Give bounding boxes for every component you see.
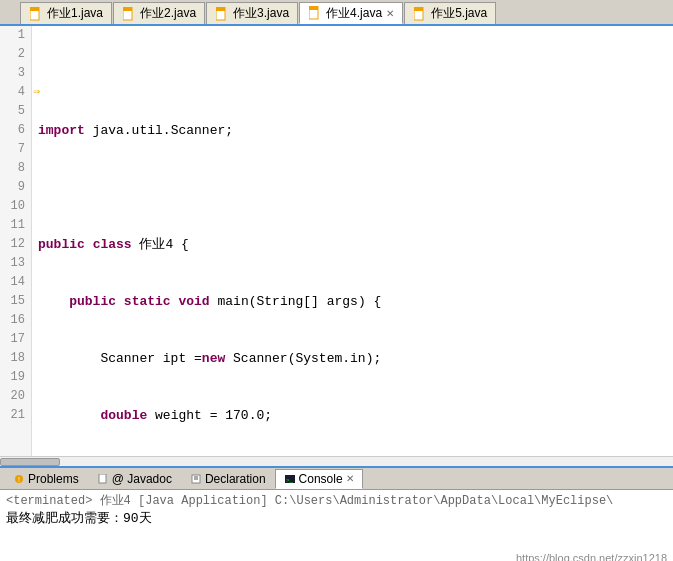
console-tab-label: Console (299, 472, 343, 486)
svg-rect-9 (414, 7, 423, 11)
console-terminated-line: <terminated> 作业4 [Java Application] C:\U… (6, 492, 667, 510)
code-line-1 (38, 64, 667, 83)
svg-rect-1 (30, 7, 39, 11)
tab-label: 作业3.java (233, 5, 289, 22)
editor-tab-bar: 作业1.java 作业2.java 作业3.java 作业4.java ✕ 作业… (0, 0, 673, 26)
java-file-icon4 (308, 6, 322, 20)
java-file-icon5 (413, 7, 427, 21)
tab-label: 作业5.java (431, 5, 487, 22)
console-output-area: <terminated> 作业4 [Java Application] C:\U… (0, 490, 673, 561)
line-numbers: 1 2 3 4 5 6 7 8 9 10 11 12 13 14 15 16 1… (0, 26, 32, 456)
tab-problems[interactable]: ! Problems (4, 469, 88, 489)
code-line-6: Scanner ipt =new Scanner(System.in); (38, 349, 667, 368)
bottom-tab-bar: ! Problems @ Javadoc Declaration >_ Cons… (0, 468, 673, 490)
tab-homework5[interactable]: 作业5.java (404, 2, 496, 24)
tab-homework4[interactable]: 作业4.java ✕ (299, 2, 403, 24)
svg-rect-5 (216, 7, 225, 11)
tab-homework1[interactable]: 作业1.java (20, 2, 112, 24)
svg-rect-7 (309, 6, 318, 10)
decl-icon (190, 473, 202, 485)
arrow-indicator: ⇒ (33, 83, 40, 102)
declaration-tab-label: Declaration (205, 472, 266, 486)
java-file-icon2 (122, 7, 136, 21)
console-watermark: https://blog.csdn.net/zzxin1218 (516, 552, 667, 561)
tab-label: 作业2.java (140, 5, 196, 22)
warning-icon: ! (13, 473, 25, 485)
tab-declaration[interactable]: Declaration (181, 469, 275, 489)
console-icon: >_ (284, 473, 296, 485)
java-file-icon3 (215, 7, 229, 21)
svg-rect-3 (123, 7, 132, 11)
javadoc-tab-label: @ Javadoc (112, 472, 172, 486)
code-line-2: import java.util.Scanner; (38, 121, 667, 140)
console-output-line: 最终减肥成功需要：90天 (6, 510, 667, 528)
tab-close-button[interactable]: ✕ (386, 8, 394, 19)
problems-tab-label: Problems (28, 472, 79, 486)
java-file-icon (29, 7, 43, 21)
tab-console[interactable]: >_ Console ✕ (275, 469, 363, 489)
tab-javadoc[interactable]: @ Javadoc (88, 469, 181, 489)
svg-text:>_: >_ (286, 477, 294, 483)
console-close-icon[interactable]: ✕ (346, 473, 354, 484)
code-line-5: public static void main(String[] args) { (38, 292, 667, 311)
tab-homework2[interactable]: 作业2.java (113, 2, 205, 24)
code-line-3 (38, 178, 667, 197)
svg-text:!: ! (18, 476, 20, 483)
tab-label: 作业4.java (326, 5, 382, 22)
svg-rect-12 (99, 474, 106, 483)
scrollbar-thumb[interactable] (0, 458, 60, 466)
horizontal-scrollbar[interactable] (0, 456, 673, 466)
code-editor[interactable]: import java.util.Scanner; public class 作… (32, 26, 673, 456)
tab-homework3[interactable]: 作业3.java (206, 2, 298, 24)
editor-area: 1 2 3 4 5 6 7 8 9 10 11 12 13 14 15 16 1… (0, 26, 673, 456)
tab-label: 作业1.java (47, 5, 103, 22)
code-line-4: public class 作业4 { (38, 235, 667, 254)
bottom-panel: ! Problems @ Javadoc Declaration >_ Cons… (0, 466, 673, 561)
code-line-7: double weight = 170.0; (38, 406, 667, 425)
doc-icon (97, 473, 109, 485)
